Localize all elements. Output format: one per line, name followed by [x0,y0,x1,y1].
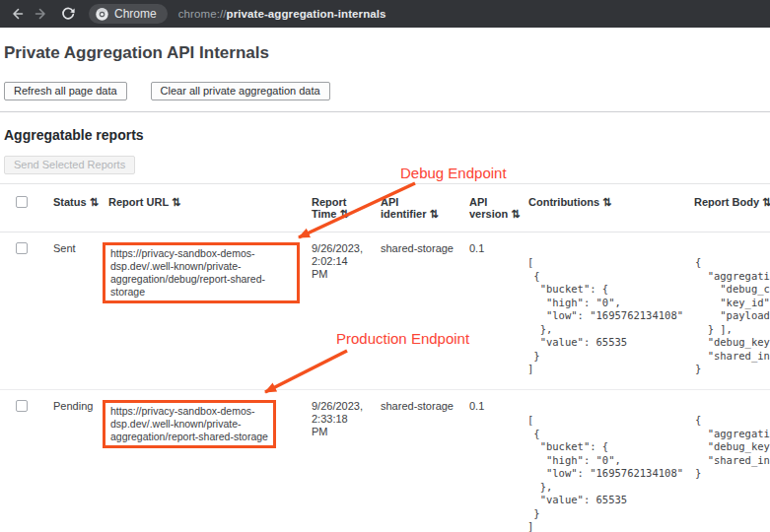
contributions-json: [ { "bucket": { "high": "0", "low": "169… [527,414,688,532]
back-icon[interactable] [9,6,25,22]
section-divider [0,111,770,112]
report-url-annotation-box: https://privacy-sandbox-demos- dsp.dev/.… [103,400,276,448]
status-cell: Sent [47,233,103,390]
header-status[interactable]: Status⇅ [47,184,103,233]
browser-toolbar: Chrome chrome://private-aggregation-inte… [0,0,770,28]
contributions-json: [ { "bucket": { "high": "0", "low": "169… [527,256,688,376]
header-contributions[interactable]: Contributions⇅ [523,184,688,233]
sort-icon: ⇅ [511,208,520,220]
header-api-identifier[interactable]: API identifier⇅ [375,184,463,233]
reload-icon[interactable] [60,6,76,22]
refresh-all-button[interactable]: Refresh all page data [4,82,127,100]
select-all-checkbox[interactable] [16,196,28,208]
report-url-annotation-box: https://privacy-sandbox-demos- dsp.dev/.… [103,242,300,303]
row-checkbox[interactable] [16,400,28,412]
row-checkbox[interactable] [16,242,28,254]
clear-data-button[interactable]: Clear all private aggregation data [151,82,330,100]
table-row: Sent https://privacy-sandbox-demos- dsp.… [0,233,770,390]
chrome-logo-icon [95,7,109,22]
page-actions: Refresh all page data Clear all private … [4,82,770,100]
api-identifier-cell: shared-storage [375,390,463,532]
url-bar[interactable]: chrome://private-aggregation-internals [178,8,386,20]
api-version-cell: 0.1 [463,233,523,390]
header-report-body[interactable]: Report Body⇅ [688,184,770,233]
sort-icon: ⇅ [602,196,611,208]
table-header-row: Status⇅ Report URL⇅ Report Time⇅ API ide… [0,184,770,233]
report-time-cell: 9/26/2023, 2:02:14 PM [312,242,369,281]
debug-endpoint-label: Debug Endpoint [400,165,507,181]
chrome-app-label: Chrome [114,7,157,21]
report-body-json: { "aggregatio "debug_key" "shared_inf } [695,414,770,481]
forward-icon[interactable] [34,6,49,22]
header-api-version[interactable]: API version⇅ [463,184,523,233]
sort-icon: ⇅ [90,196,99,208]
send-selected-reports-button[interactable]: Send Selected Reports [4,156,135,174]
page-title: Private Aggregation API Internals [4,43,770,63]
table-row: Pending https://privacy-sandbox-demos- d… [0,390,770,532]
status-cell: Pending [47,390,103,532]
aggregatable-reports-title: Aggregatable reports [4,127,770,143]
sort-icon: ⇅ [339,208,348,220]
url-scheme: chrome:// [178,8,227,20]
sort-icon: ⇅ [429,208,438,220]
report-body-json: { "aggregatio "debug_c "key_id" "payload… [695,256,770,376]
header-report-time[interactable]: Report Time⇅ [306,184,375,233]
header-report-url[interactable]: Report URL⇅ [103,184,306,233]
sort-icon: ⇅ [172,196,180,208]
reports-table: Status⇅ Report URL⇅ Report Time⇅ API ide… [0,183,770,532]
sort-icon: ⇅ [762,196,770,208]
api-identifier-cell: shared-storage [375,233,463,390]
api-version-cell: 0.1 [463,390,523,532]
url-host: private-aggregation-internals [227,8,386,20]
chrome-app-chip[interactable]: Chrome [89,4,168,24]
report-time-cell: 9/26/2023, 2:33:18 PM [312,400,369,438]
